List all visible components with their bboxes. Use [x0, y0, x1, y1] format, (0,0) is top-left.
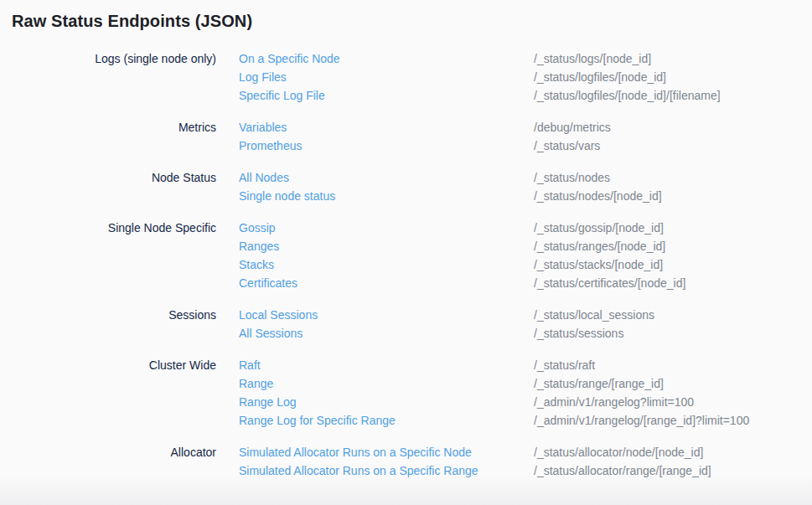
endpoint-link[interactable]: Range Log: [239, 393, 297, 411]
endpoint-row: Variables /debug/metrics: [239, 118, 812, 137]
section-rows: Gossip /_status/gossip/[node_id] Ranges …: [216, 219, 812, 292]
endpoint-link[interactable]: Local Sessions: [239, 306, 318, 324]
endpoint-link[interactable]: Log Files: [239, 68, 287, 86]
page-title: Raw Status Endpoints (JSON): [12, 12, 812, 31]
endpoint-link[interactable]: Stacks: [239, 255, 274, 274]
section-rows: Local Sessions /_status/local_sessions A…: [216, 306, 812, 343]
endpoint-section: Sessions Local Sessions /_status/local_s…: [12, 306, 812, 343]
endpoint-path: /_status/stacks/[node_id]: [534, 255, 812, 274]
endpoint-path: /_status/allocator/node/[node_id]: [534, 443, 812, 461]
endpoint-row: Stacks /_status/stacks/[node_id]: [239, 255, 812, 274]
debug-endpoints-page: Raw Status Endpoints (JSON) Logs (single…: [0, 0, 812, 505]
endpoint-row: Specific Log File /_status/logfiles/[nod…: [239, 86, 812, 105]
endpoint-link[interactable]: All Nodes: [239, 168, 289, 187]
endpoint-section: Single Node Specific Gossip /_status/gos…: [12, 219, 812, 292]
section-category-label: Cluster Wide: [12, 356, 216, 430]
section-category-label: Sessions: [12, 306, 216, 343]
endpoint-path: /_status/raft: [534, 356, 812, 374]
endpoint-row: Single node status /_status/nodes/[node_…: [239, 187, 812, 205]
endpoint-link[interactable]: All Sessions: [239, 324, 303, 343]
endpoint-section: Metrics Variables /debug/metrics Prometh…: [12, 118, 812, 155]
endpoint-link[interactable]: Certificates: [239, 274, 297, 292]
endpoint-link[interactable]: Variables: [239, 118, 287, 137]
endpoint-path: /_status/vars: [534, 137, 812, 155]
endpoint-row: Range /_status/range/[range_id]: [239, 374, 812, 393]
endpoint-section: Node Status All Nodes /_status/nodes Sin…: [12, 168, 812, 205]
endpoint-row: Simulated Allocator Runs on a Specific R…: [239, 461, 812, 480]
endpoint-link[interactable]: Prometheus: [239, 137, 302, 155]
endpoint-path: /_status/local_sessions: [534, 306, 812, 324]
endpoint-path: /_status/sessions: [534, 324, 812, 343]
endpoint-link[interactable]: Range Log for Specific Range: [239, 411, 396, 430]
endpoint-row: Certificates /_status/certificates/[node…: [239, 274, 812, 292]
endpoint-section: Cluster Wide Raft /_status/raft Range /_…: [12, 356, 812, 430]
endpoint-row: Range Log /_admin/v1/rangelog?limit=100: [239, 393, 812, 411]
endpoint-path: /_status/allocator/range/[range_id]: [534, 461, 812, 480]
endpoint-row: Simulated Allocator Runs on a Specific N…: [239, 443, 812, 461]
section-category-label: Allocator: [12, 443, 216, 480]
section-rows: Simulated Allocator Runs on a Specific N…: [216, 443, 812, 480]
endpoint-link[interactable]: On a Specific Node: [239, 49, 340, 68]
endpoint-row: All Sessions /_status/sessions: [239, 324, 812, 343]
endpoint-path: /_status/gossip/[node_id]: [534, 219, 812, 237]
endpoint-link[interactable]: Specific Log File: [239, 86, 325, 105]
endpoint-path: /_status/range/[range_id]: [534, 374, 812, 393]
endpoint-path: /_status/logs/[node_id]: [534, 49, 812, 68]
endpoint-link[interactable]: Range: [239, 374, 273, 393]
section-rows: All Nodes /_status/nodes Single node sta…: [216, 168, 812, 205]
endpoint-section: Allocator Simulated Allocator Runs on a …: [12, 443, 812, 480]
section-rows: Variables /debug/metrics Prometheus /_st…: [216, 118, 812, 155]
endpoint-link[interactable]: Ranges: [239, 237, 279, 255]
section-category-label: Node Status: [12, 168, 216, 205]
endpoint-link[interactable]: Single node status: [239, 187, 335, 205]
endpoint-path: /_status/logfiles/[node_id]: [534, 68, 812, 86]
endpoint-row: Gossip /_status/gossip/[node_id]: [239, 219, 812, 237]
section-category-label: Logs (single node only): [12, 49, 216, 105]
endpoint-row: Ranges /_status/ranges/[node_id]: [239, 237, 812, 255]
endpoint-path: /_admin/v1/rangelog/[range_id]?limit=100: [534, 411, 812, 430]
endpoint-section: Logs (single node only) On a Specific No…: [12, 49, 812, 105]
endpoint-link[interactable]: Simulated Allocator Runs on a Specific R…: [239, 461, 478, 480]
endpoint-link[interactable]: Raft: [239, 356, 261, 374]
endpoint-row: Log Files /_status/logfiles/[node_id]: [239, 68, 812, 86]
section-category-label: Metrics: [12, 118, 216, 155]
endpoint-path: /_status/nodes: [534, 168, 812, 187]
endpoint-path: /_status/nodes/[node_id]: [534, 187, 812, 205]
endpoint-row: Prometheus /_status/vars: [239, 137, 812, 155]
endpoint-row: Raft /_status/raft: [239, 356, 812, 374]
section-rows: Raft /_status/raft Range /_status/range/…: [216, 356, 812, 430]
endpoint-path: /debug/metrics: [534, 118, 812, 137]
endpoint-path: /_status/certificates/[node_id]: [534, 274, 812, 292]
endpoint-path: /_admin/v1/rangelog?limit=100: [534, 393, 812, 411]
endpoint-link[interactable]: Gossip: [239, 219, 276, 237]
endpoint-row: All Nodes /_status/nodes: [239, 168, 812, 187]
endpoints-table: Logs (single node only) On a Specific No…: [12, 49, 812, 480]
endpoint-link[interactable]: Simulated Allocator Runs on a Specific N…: [239, 443, 472, 461]
section-category-label: Single Node Specific: [12, 219, 216, 292]
endpoint-path: /_status/logfiles/[node_id]/[filename]: [534, 86, 812, 105]
endpoint-path: /_status/ranges/[node_id]: [534, 237, 812, 255]
endpoint-row: Local Sessions /_status/local_sessions: [239, 306, 812, 324]
endpoint-row: On a Specific Node /_status/logs/[node_i…: [239, 49, 812, 68]
section-rows: On a Specific Node /_status/logs/[node_i…: [216, 49, 812, 105]
endpoint-row: Range Log for Specific Range /_admin/v1/…: [239, 411, 812, 430]
